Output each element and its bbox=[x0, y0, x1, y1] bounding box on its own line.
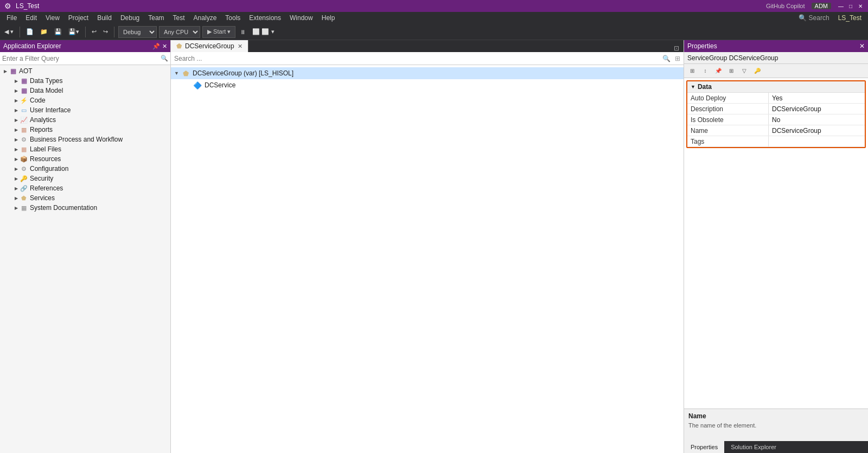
explorer-close-icon[interactable]: ✕ bbox=[162, 43, 167, 50]
props-value-description[interactable]: DCServiceGroup bbox=[769, 104, 865, 114]
tree-item-label-files[interactable]: ▦ Label Files bbox=[0, 144, 170, 154]
props-alphabetical-btn[interactable]: ↕ bbox=[699, 66, 711, 76]
tree-item-code[interactable]: ⚡ Code bbox=[0, 95, 170, 105]
menu-build[interactable]: Build bbox=[93, 12, 116, 24]
props-value-tags[interactable] bbox=[769, 136, 865, 146]
props-key-auto-deploy: Auto Deploy bbox=[687, 93, 769, 103]
cpu-dropdown[interactable]: Any CPU x64 x86 bbox=[159, 26, 200, 38]
security-label: Security bbox=[30, 175, 168, 182]
menu-help[interactable]: Help bbox=[317, 12, 340, 24]
props-categorized-btn[interactable]: ⊞ bbox=[686, 66, 698, 76]
props-key-name: Name bbox=[687, 125, 769, 136]
expand-icon[interactable]: ⊞ bbox=[675, 55, 680, 62]
tree-item-configuration[interactable]: ⚙ Configuration bbox=[0, 164, 170, 174]
tree-item-system-doc[interactable]: ▦ System Documentation bbox=[0, 203, 170, 213]
back-button[interactable]: ◀ ▾ bbox=[2, 26, 16, 38]
properties-header: Properties ✕ bbox=[684, 40, 868, 52]
open-button[interactable]: 📁 bbox=[38, 26, 50, 38]
props-pin-btn[interactable]: 📌 bbox=[712, 66, 724, 76]
ui-icon: ▭ bbox=[20, 106, 28, 114]
menu-search[interactable]: 🔍 Search bbox=[794, 12, 833, 24]
aot-root-item[interactable]: ▦ AOT bbox=[0, 66, 170, 76]
bottom-tab-properties[interactable]: Properties bbox=[684, 441, 724, 453]
services-icon: ⬟ bbox=[20, 194, 28, 202]
system-doc-label: System Documentation bbox=[30, 204, 168, 212]
debug-extras[interactable]: ⬜ ⬜ ▾ bbox=[250, 26, 276, 38]
menu-edit[interactable]: Edit bbox=[21, 12, 41, 24]
tree-item-data-model[interactable]: ▦ Data Model bbox=[0, 86, 170, 95]
props-title-bar: ServiceGroup DCServiceGroup bbox=[684, 52, 868, 64]
tree-item-reports[interactable]: ▦ Reports bbox=[0, 125, 170, 135]
props-key-is-obsolete: Is Obsolete bbox=[687, 114, 769, 125]
tree-item-references[interactable]: 🔗 References bbox=[0, 183, 170, 193]
props-filter-btn[interactable]: ▽ bbox=[738, 66, 750, 76]
menu-project[interactable]: Project bbox=[64, 12, 93, 24]
save-all-button[interactable]: 💾▾ bbox=[66, 26, 81, 38]
maximize-button[interactable]: □ bbox=[847, 3, 854, 9]
resources-label: Resources bbox=[30, 155, 168, 163]
tree-item-analytics[interactable]: 📈 Analytics bbox=[0, 115, 170, 125]
undo-button[interactable]: ↩ bbox=[90, 26, 99, 38]
dc-service-group-root-node[interactable]: ▼ ⬟ DCServiceGroup (var) [LS_HISOL] bbox=[171, 67, 684, 79]
tab-bar: ⬟ DCServiceGroup ✕ ⊡ bbox=[171, 40, 684, 52]
filter-query-bar: 🔍 bbox=[0, 52, 170, 65]
tree-item-resources[interactable]: 📦 Resources bbox=[0, 154, 170, 164]
expand-panel-icon[interactable]: ⊡ bbox=[669, 44, 684, 52]
menu-analyze[interactable]: Analyze bbox=[189, 12, 221, 24]
tab-close-icon[interactable]: ✕ bbox=[238, 43, 242, 50]
system-doc-expand bbox=[13, 205, 20, 211]
data-model-icon: ▦ bbox=[20, 86, 28, 95]
tree-item-user-interface[interactable]: ▭ User Interface bbox=[0, 105, 170, 115]
properties-title: Properties bbox=[687, 42, 717, 50]
attach-button[interactable]: ⏸ bbox=[238, 26, 248, 38]
close-button[interactable]: ✕ bbox=[857, 3, 864, 9]
filter-input[interactable] bbox=[2, 55, 161, 62]
props-grid-btn[interactable]: ⊞ bbox=[725, 66, 737, 76]
menu-window[interactable]: Window bbox=[285, 12, 317, 24]
menu-ls-test[interactable]: LS_Test bbox=[834, 12, 866, 24]
search-icon: 🔍 bbox=[662, 55, 671, 62]
window-controls[interactable]: — □ ✕ bbox=[838, 3, 864, 9]
minimize-button[interactable]: — bbox=[838, 3, 844, 9]
props-data-section: ▼ Data Auto Deploy Yes Description DCSer… bbox=[686, 80, 866, 148]
dc-service-group-tab[interactable]: ⬟ DCServiceGroup ✕ bbox=[171, 40, 248, 52]
new-file-button[interactable]: 📄 bbox=[24, 26, 36, 38]
menu-debug[interactable]: Debug bbox=[116, 12, 144, 24]
references-label: References bbox=[30, 184, 168, 192]
pin-icon[interactable]: 📌 bbox=[152, 43, 160, 50]
data-model-label: Data Model bbox=[30, 87, 168, 94]
props-row-auto-deploy: Auto Deploy Yes bbox=[687, 93, 865, 104]
tree-item-data-types[interactable]: ▦ Data Types bbox=[0, 76, 170, 86]
tree-item-services[interactable]: ⬟ Services bbox=[0, 193, 170, 203]
props-value-name[interactable]: DCServiceGroup bbox=[769, 125, 865, 136]
toolbar-separator-1 bbox=[20, 27, 20, 37]
menu-extensions[interactable]: Extensions bbox=[245, 12, 285, 24]
menu-view[interactable]: View bbox=[41, 12, 64, 24]
tree-item-bpw[interactable]: ⚙ Business Process and Workflow bbox=[0, 135, 170, 144]
save-button[interactable]: 💾 bbox=[52, 26, 64, 38]
root-expand-arrow: ▼ bbox=[174, 71, 181, 76]
tree-item-security[interactable]: 🔑 Security bbox=[0, 174, 170, 183]
menu-test[interactable]: Test bbox=[169, 12, 189, 24]
app-explorer-title: Application Explorer bbox=[3, 42, 61, 50]
menu-tools[interactable]: Tools bbox=[221, 12, 245, 24]
app-title: LS_Test bbox=[16, 2, 39, 10]
content-search-input[interactable] bbox=[174, 55, 660, 62]
bottom-tab-solution-explorer[interactable]: Solution Explorer bbox=[724, 441, 783, 453]
props-close-icon[interactable]: ✕ bbox=[859, 42, 865, 50]
props-value-is-obsolete[interactable]: No bbox=[769, 114, 865, 125]
props-key-btn[interactable]: 🔑 bbox=[751, 66, 763, 76]
menu-file[interactable]: File bbox=[2, 12, 21, 24]
data-section-collapse-icon: ▼ bbox=[691, 84, 695, 90]
filter-search-icon: 🔍 bbox=[161, 55, 168, 62]
props-data-section-header[interactable]: ▼ Data bbox=[687, 81, 865, 93]
dc-service-child-node[interactable]: 🔷 DCService bbox=[171, 79, 684, 91]
aot-root: ▦ AOT ▦ Data Types ▦ Data Model ⚡ bbox=[0, 65, 170, 214]
debug-mode-dropdown[interactable]: Debug Release bbox=[118, 26, 157, 38]
props-toolbar: ⊞ ↕ 📌 ⊞ ▽ 🔑 bbox=[684, 64, 868, 78]
menu-bar: File Edit View Project Build Debug Team … bbox=[0, 12, 868, 24]
props-value-auto-deploy[interactable]: Yes bbox=[769, 93, 865, 103]
redo-button[interactable]: ↪ bbox=[101, 26, 110, 38]
start-button[interactable]: ▶ Start ▾ bbox=[202, 26, 235, 38]
menu-team[interactable]: Team bbox=[144, 12, 168, 24]
